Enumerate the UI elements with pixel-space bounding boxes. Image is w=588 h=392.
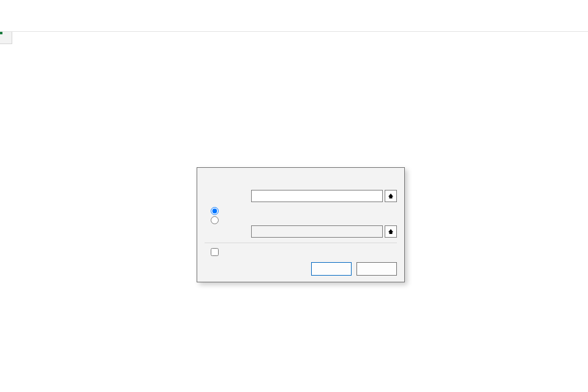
new-worksheet-radio[interactable] xyxy=(205,207,397,215)
new-worksheet-radio-input[interactable] xyxy=(211,207,219,215)
collapse-dialog-button[interactable] xyxy=(385,190,397,202)
divider xyxy=(205,243,397,243)
arrow-up-icon xyxy=(388,193,394,199)
add-to-data-model-check[interactable] xyxy=(205,248,397,256)
table-range-input[interactable] xyxy=(251,190,383,202)
pivottable-dialog xyxy=(197,167,405,282)
collapse-dialog-button-location[interactable] xyxy=(385,225,397,238)
dialog-titlebar[interactable] xyxy=(197,168,404,184)
arrow-up-icon xyxy=(388,228,394,235)
cancel-button[interactable] xyxy=(356,262,397,276)
dialog-body xyxy=(197,184,404,282)
ok-button[interactable] xyxy=(311,262,352,276)
location-input xyxy=(251,225,383,238)
add-to-data-model-checkbox[interactable] xyxy=(211,248,219,256)
select-all-corner[interactable] xyxy=(0,32,12,44)
existing-worksheet-radio-input[interactable] xyxy=(211,216,219,224)
formula-bar-area xyxy=(0,0,588,32)
column-header-row xyxy=(0,32,588,44)
dialog-buttons xyxy=(205,262,397,276)
table-range-row xyxy=(205,190,397,202)
existing-worksheet-radio[interactable] xyxy=(205,216,397,224)
location-row xyxy=(205,225,397,238)
close-button[interactable] xyxy=(386,170,401,182)
